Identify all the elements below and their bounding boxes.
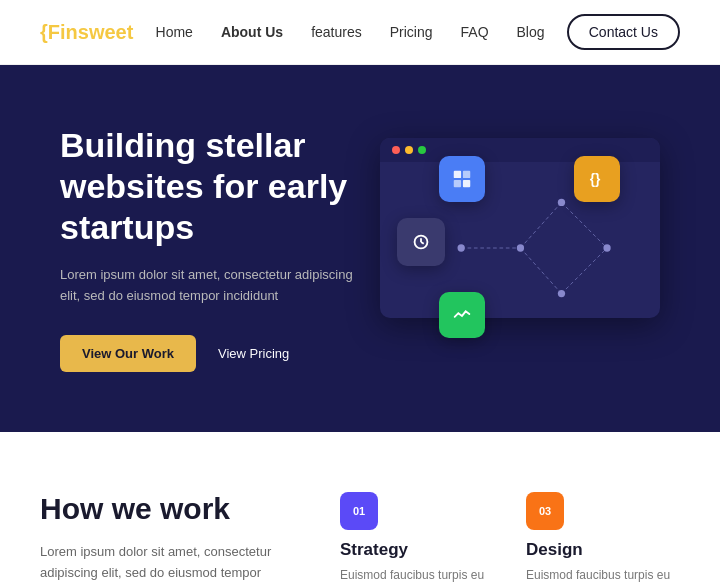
hero-title: Building stellar websites for early star…	[60, 125, 370, 247]
nav-link-features[interactable]: features	[311, 24, 362, 40]
float-card-grey	[397, 218, 445, 266]
navbar: {Finsweet HomeAbout UsfeaturesPricingFAQ…	[0, 0, 720, 65]
hero-description: Lorem ipsum dolor sit amet, consectetur …	[60, 265, 370, 307]
svg-text:{}: {}	[590, 172, 601, 187]
float-card-yellow: {}	[574, 156, 620, 202]
how-left: How we work Lorem ipsum dolor sit amet, …	[40, 492, 300, 583]
work-title-strategy: Strategy	[340, 540, 494, 560]
logo-bracket: {	[40, 21, 48, 43]
dot-green	[418, 146, 426, 154]
nav-link-home[interactable]: Home	[156, 24, 193, 40]
how-section: How we work Lorem ipsum dolor sit amet, …	[0, 432, 720, 583]
hero-section: Building stellar websites for early star…	[0, 65, 720, 432]
nav-links: HomeAbout UsfeaturesPricingFAQBlog	[156, 23, 545, 41]
nav-link-pricing[interactable]: Pricing	[390, 24, 433, 40]
nav-link-faq[interactable]: FAQ	[461, 24, 489, 40]
svg-rect-1	[463, 171, 470, 178]
dot-red	[392, 146, 400, 154]
view-pricing-button[interactable]: View Pricing	[218, 346, 289, 361]
svg-rect-0	[454, 171, 461, 178]
how-description: Lorem ipsum dolor sit amet, consectetur …	[40, 542, 300, 583]
hero-illustration: {}	[370, 138, 680, 358]
logo: {Finsweet	[40, 21, 133, 44]
svg-rect-3	[463, 180, 470, 187]
browser-bar	[380, 138, 660, 162]
how-right: 01StrategyEuismod faucibus turpis eu gra…	[340, 492, 680, 583]
svg-line-7	[421, 242, 424, 244]
float-card-blue	[439, 156, 485, 202]
nav-link-blog[interactable]: Blog	[517, 24, 545, 40]
work-item-strategy: 01StrategyEuismod faucibus turpis eu gra…	[340, 492, 494, 583]
nav-link-about-us[interactable]: About Us	[221, 24, 283, 40]
float-card-green	[439, 292, 485, 338]
contact-button[interactable]: Contact Us	[567, 14, 680, 50]
work-desc-strategy: Euismod faucibus turpis eu gravida mi. P…	[340, 566, 494, 583]
work-desc-design: Euismod faucibus turpis eu gravida mi. P…	[526, 566, 680, 583]
dot-yellow	[405, 146, 413, 154]
logo-text: Finsweet	[48, 21, 134, 43]
work-badge-01: 01	[340, 492, 378, 530]
svg-rect-2	[454, 180, 461, 187]
hero-buttons: View Our Work View Pricing	[60, 335, 370, 372]
work-item-design: 03DesignEuismod faucibus turpis eu gravi…	[526, 492, 680, 583]
work-title-design: Design	[526, 540, 680, 560]
work-badge-03: 03	[526, 492, 564, 530]
view-work-button[interactable]: View Our Work	[60, 335, 196, 372]
hero-text: Building stellar websites for early star…	[60, 125, 370, 372]
how-title: How we work	[40, 492, 300, 526]
